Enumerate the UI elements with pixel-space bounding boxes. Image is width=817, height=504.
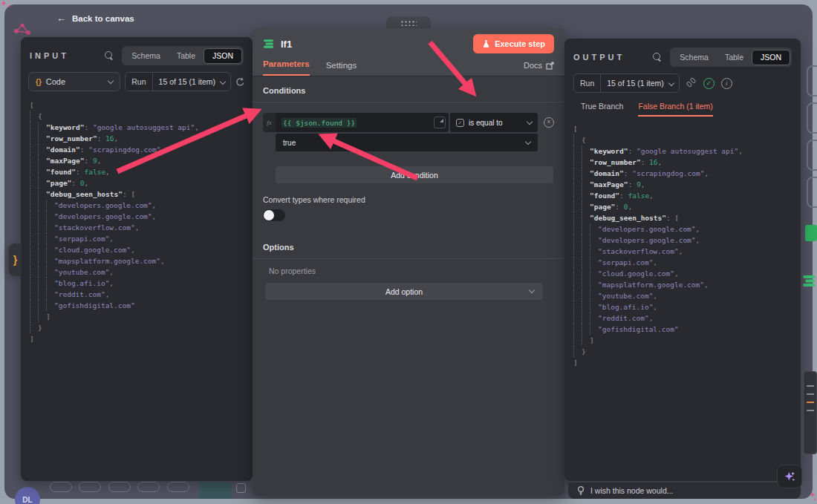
lightbulb-icon (576, 485, 585, 496)
success-check-icon: ✓ (703, 78, 715, 89)
add-option-button[interactable]: Add option (265, 283, 543, 300)
chevron-down-icon (220, 79, 226, 85)
tab-table[interactable]: Table (717, 50, 752, 65)
corner-sparkle-bottom (808, 491, 817, 503)
app-screen: DL ← Back to canvas INPUT Schema Table J… (0, 0, 817, 504)
ghost-toolbar-button (137, 482, 160, 492)
tab-schema[interactable]: Schema (123, 48, 169, 64)
tab-true-branch[interactable]: True Branch (581, 102, 623, 117)
output-run-selector[interactable]: Run 15 of 15 (1 item) (573, 73, 680, 93)
options-section-label: Options (263, 243, 294, 252)
ghost-node-1 (807, 65, 817, 96)
back-arrow-icon: ← (56, 13, 66, 24)
ghost-toolbar-button (108, 482, 131, 492)
tab-json[interactable]: JSON (204, 48, 242, 64)
braces-icon: {} (36, 78, 42, 86)
info-icon[interactable]: i (721, 78, 732, 89)
docs-link[interactable]: Docs (524, 61, 554, 76)
input-panel: INPUT Schema Table JSON {} Code Run 15 o… (21, 37, 253, 481)
execute-step-button[interactable]: Execute step (473, 34, 554, 53)
node-title: If1 (281, 39, 467, 50)
tab-schema[interactable]: Schema (671, 50, 717, 65)
condition-left-value-input[interactable]: {{ $json.found }} (276, 113, 449, 132)
ghost-zoom-button (236, 483, 246, 493)
convert-types-label: Convert types where required (253, 183, 564, 204)
input-view-tabs: Schema Table JSON (122, 46, 244, 65)
ghost-node-4 (807, 177, 817, 208)
condition-right-value-select[interactable]: true (276, 134, 538, 151)
convert-types-toggle[interactable] (263, 209, 285, 221)
tab-json[interactable]: JSON (752, 50, 790, 65)
node-settings-panel: If1 Execute step Parameters Settings Doc… (253, 28, 564, 496)
flask-icon (482, 39, 490, 48)
output-json-view: [{"keyword": "google autosuggest api","r… (564, 117, 801, 368)
ghost-node-3 (807, 140, 817, 171)
chevron-down-icon (527, 118, 533, 124)
add-condition-button[interactable]: Add condition (276, 166, 553, 183)
boolean-type-icon: ✓ (456, 119, 464, 127)
toggle-knob (264, 210, 274, 220)
condition-operator-select[interactable]: ✓ is equal to (450, 113, 538, 132)
corner-sparkle-top (1, 0, 13, 10)
collapsed-schema-tab[interactable]: } (9, 243, 22, 276)
sparkle-icon (784, 471, 795, 482)
wish-text: I wish this node would... (590, 486, 673, 495)
output-panel: OUTPUT Schema Table JSON Run 15 of 15 (1… (564, 39, 801, 481)
tab-false-branch[interactable]: False Branch (1 item) (638, 102, 712, 117)
output-title: OUTPUT (573, 53, 625, 62)
ghost-toolbar-button (50, 482, 72, 492)
fx-badge: fx (263, 113, 276, 132)
input-node-selector[interactable]: {} Code (28, 72, 120, 91)
if-node-icon (263, 38, 275, 50)
ghost-toolbar-button (167, 482, 189, 492)
external-link-icon (546, 62, 554, 70)
back-label: Back to canvas (72, 14, 134, 23)
unlink-runs-icon[interactable] (686, 78, 697, 88)
ghost-toolbar-button (79, 482, 101, 492)
branch-tabs: True Branch False Branch (1 item) (564, 93, 801, 117)
ghost-selected-node (199, 482, 232, 499)
back-to-canvas-link[interactable]: ← Back to canvas (56, 13, 134, 24)
tab-table[interactable]: Table (169, 48, 204, 64)
tab-parameters[interactable]: Parameters (263, 59, 310, 76)
remove-condition-icon[interactable]: × (544, 117, 554, 128)
output-view-tabs: Schema Table JSON (670, 48, 792, 67)
code-node-icon (805, 225, 817, 241)
tab-settings[interactable]: Settings (326, 61, 357, 76)
drag-dots-icon (400, 20, 417, 26)
conditions-section-label: Conditions (263, 86, 305, 95)
chevron-down-icon (525, 138, 531, 144)
chevron-down-icon (668, 80, 674, 86)
search-icon[interactable] (653, 53, 663, 62)
node-feedback-bar[interactable]: I wish this node would... (568, 482, 801, 499)
chevron-down-icon (529, 287, 535, 293)
ghost-executions-panel (804, 371, 817, 454)
input-title: INPUT (30, 51, 69, 60)
expand-expression-icon[interactable] (434, 117, 446, 128)
ghost-node-2 (807, 102, 817, 134)
if-node-icon-canvas (801, 272, 817, 289)
ai-assistant-button[interactable] (777, 465, 802, 488)
input-run-selector[interactable]: Run 15 of 15 (1 item) (125, 72, 231, 91)
chevron-down-icon (108, 77, 114, 83)
input-json-view: [{"keyword": "google autosuggest api","r… (21, 91, 253, 344)
no-properties-text: No properties (253, 259, 564, 275)
search-icon[interactable] (105, 51, 114, 61)
refresh-icon[interactable] (235, 77, 245, 87)
